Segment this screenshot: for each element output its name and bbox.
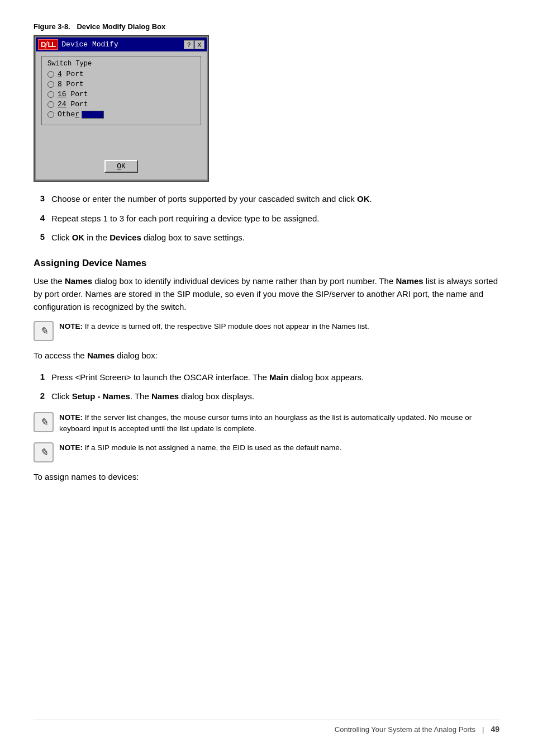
radio-circle-4port (47, 71, 54, 78)
radio-circle-24port (47, 101, 54, 108)
dialog-footer: OK (41, 158, 201, 174)
step-text-5: Click OK in the Devices dialog box to sa… (51, 231, 245, 244)
radio-label-8port: 8 Port (58, 80, 84, 88)
step-item-5: 5 Click OK in the Devices dialog box to … (34, 231, 499, 244)
step-num-2a: 2 (34, 390, 45, 400)
note-box-1: ✎ NOTE: If a device is turned off, the r… (34, 321, 499, 341)
radio-circle-other (47, 111, 54, 118)
step-item-4: 4 Repeat steps 1 to 3 for each port requ… (34, 212, 499, 225)
note-label-2: NOTE: (59, 413, 83, 422)
note-icon-symbol-3: ✎ (40, 446, 48, 459)
body-para-3: To assign names to devices: (34, 470, 499, 483)
step-item-3: 3 Choose or enter the number of ports su… (34, 193, 499, 206)
note-box-3: ✎ NOTE: If a SIP module is not assigned … (34, 442, 499, 462)
section-heading-assigning: Assigning Device Names (34, 258, 499, 269)
note-text-3: NOTE: If a SIP module is not assigned a … (59, 442, 342, 453)
footer-pipe: | (482, 725, 484, 734)
switch-type-group: Switch Type 4 Port 8 Port 16 Port (41, 56, 201, 125)
step-item-1: 1 Press <Print Screen> to launch the OSC… (34, 371, 499, 384)
step-num-1a: 1 (34, 371, 45, 381)
step-item-2: 2 Click Setup - Names. The Names dialog … (34, 390, 499, 403)
dialog-controls: ? X (184, 40, 204, 49)
dialog-titlebar: DLL Device Modify ? X (36, 37, 207, 51)
radio-24port[interactable]: 24 Port (47, 100, 195, 108)
switch-type-legend: Switch Type (47, 60, 195, 68)
radio-label-other: Other (58, 110, 79, 119)
radio-4port[interactable]: 4 Port (47, 70, 195, 78)
other-input-field[interactable] (82, 111, 104, 119)
radio-circle-16port (47, 91, 54, 98)
radio-label-24port: 24 Port (58, 100, 88, 108)
body-para-1: Use the Names dialog box to identify ind… (34, 275, 499, 314)
figure-title: Device Modify Dialog Box (77, 22, 165, 31)
dialog-wrapper: DLL Device Modify ? X Switch Type 4 Port (34, 35, 499, 182)
figure-number: Figure 3-8. (34, 22, 70, 31)
note-content-1: If a device is turned off, the respectiv… (85, 322, 369, 330)
ok-button[interactable]: OK (104, 160, 138, 173)
note-text-1: NOTE: If a device is turned off, the res… (59, 321, 369, 332)
note-content-2: If the server list changes, the mouse cu… (59, 413, 472, 433)
note-box-2: ✎ NOTE: If the server list changes, the … (34, 412, 499, 435)
close-button[interactable]: X (194, 40, 204, 49)
steps-before-section: 3 Choose or enter the number of ports su… (34, 193, 499, 244)
note-label-3: NOTE: (59, 443, 83, 452)
dialog-body: Switch Type 4 Port 8 Port 16 Port (36, 51, 207, 179)
dialog-outer: DLL Device Modify ? X Switch Type 4 Port (34, 35, 209, 182)
note-icon-3: ✎ (34, 442, 54, 462)
page-footer: Controlling Your System at the Analog Po… (34, 720, 499, 734)
radio-16port[interactable]: 16 Port (47, 90, 195, 98)
footer-page: 49 (491, 725, 499, 734)
footer-text: Controlling Your System at the Analog Po… (34, 725, 475, 734)
radio-label-16port: 16 Port (58, 90, 88, 98)
note-content-3: If a SIP module is not assigned a name, … (85, 443, 342, 452)
radio-label-4port: 4 Port (58, 70, 84, 78)
step-num-5: 5 (34, 231, 45, 242)
note-icon-1: ✎ (34, 321, 54, 341)
body-para-2: To access the Names dialog box: (34, 349, 499, 362)
step-text-4: Repeat steps 1 to 3 for each port requir… (51, 212, 319, 225)
help-button[interactable]: ? (184, 40, 194, 49)
note-icon-symbol-2: ✎ (40, 416, 48, 428)
note-icon-symbol-1: ✎ (40, 325, 48, 337)
dialog-spacer (41, 130, 201, 158)
radio-other[interactable]: Other (47, 110, 195, 119)
note-label-1: NOTE: (59, 322, 83, 330)
step-num-3: 3 (34, 193, 45, 203)
radio-8port[interactable]: 8 Port (47, 80, 195, 88)
steps-names-section: 1 Press <Print Screen> to launch the OSC… (34, 371, 499, 403)
device-modify-dialog: DLL Device Modify ? X Switch Type 4 Port (35, 36, 208, 181)
step-text-1a: Press <Print Screen> to launch the OSCAR… (51, 371, 364, 384)
step-text-3: Choose or enter the number of ports supp… (51, 193, 372, 206)
dialog-title: Device Modify (61, 40, 180, 49)
note-icon-2: ✎ (34, 412, 54, 432)
figure-caption: Figure 3-8. Device Modify Dialog Box (34, 22, 499, 31)
step-text-2a: Click Setup - Names. The Names dialog bo… (51, 390, 254, 403)
note-text-2: NOTE: If the server list changes, the mo… (59, 412, 499, 435)
dell-logo: DLL (38, 39, 58, 50)
step-num-4: 4 (34, 212, 45, 223)
radio-circle-8port (47, 81, 54, 88)
